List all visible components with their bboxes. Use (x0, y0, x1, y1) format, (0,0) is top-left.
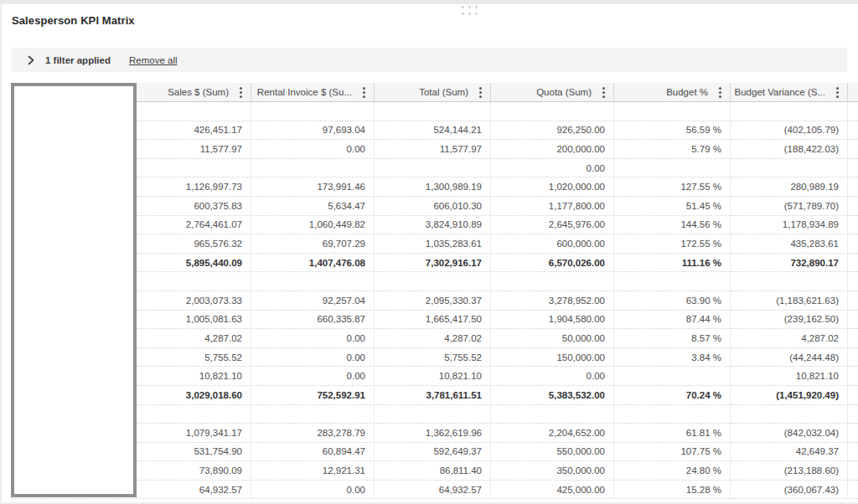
value-cell: 10,821.10 (375, 367, 491, 386)
overflow-cell (848, 386, 858, 405)
value-cell: 173,991.46 (251, 177, 375, 197)
overflow-cell (848, 140, 858, 159)
value-cell: 600,000.00 (491, 234, 614, 254)
value-cell: 0.00 (251, 140, 375, 159)
value-cell: 64,932.57 (137, 481, 251, 500)
overflow-cell (848, 461, 858, 481)
value-cell: 61.81 % (614, 424, 731, 443)
overflow-cell (848, 254, 858, 273)
value-cell (251, 272, 375, 291)
value-cell (251, 405, 375, 424)
value-cell: 2,764,461.07 (137, 216, 251, 235)
page-title: Salesperson KPI Matrix (12, 14, 135, 27)
overflow-cell (848, 348, 858, 368)
column-header-label: Rental Invoice $ (Su... (257, 87, 352, 97)
overflow-cell (848, 272, 858, 291)
value-cell: 1,904,580.00 (491, 311, 614, 330)
value-cell: 107.75 % (614, 443, 731, 462)
value-cell: 2,095,330.37 (375, 291, 491, 311)
value-cell (614, 367, 731, 386)
column-header-label: Budget % (666, 87, 708, 97)
value-cell: (842,032.04) (731, 424, 848, 443)
overflow-cell (848, 443, 858, 462)
value-cell: 1,020,000.00 (491, 177, 614, 197)
value-cell (137, 159, 251, 178)
column-menu-kebab-icon[interactable] (479, 91, 482, 94)
value-cell: (44,244.48) (731, 348, 848, 368)
overflow-cell (848, 367, 858, 386)
subtotal-cell: 5,383,532.00 (491, 386, 614, 405)
value-cell: 3,824,910.89 (375, 216, 491, 235)
column-menu-kebab-icon[interactable] (836, 91, 839, 94)
value-cell: 965,576.32 (137, 234, 251, 254)
subtotal-cell: (1,451,920.49) (731, 386, 848, 405)
value-cell: 592,649.37 (375, 443, 491, 462)
subtotal-cell: 752,592.91 (251, 386, 375, 405)
column-header-budget_variance[interactable]: Budget Variance (S... (731, 83, 848, 102)
value-cell: 69,707.29 (251, 234, 375, 254)
value-cell: 50,000.00 (491, 329, 614, 348)
subtotal-cell: 111.16 % (614, 254, 731, 273)
value-cell: 0.00 (491, 367, 614, 386)
remove-all-filters-link[interactable]: Remove all (129, 55, 178, 65)
value-cell: 2,003,073.33 (137, 291, 251, 311)
subtotal-cell: 3,029,018.60 (137, 386, 251, 405)
value-cell (731, 102, 848, 121)
value-cell: 86,811.40 (375, 461, 491, 481)
value-cell: 3.84 % (614, 348, 731, 368)
chevron-right-icon[interactable] (28, 55, 34, 65)
value-cell (137, 272, 251, 291)
column-header-label: Total (Sum) (419, 87, 468, 97)
value-cell (375, 405, 491, 424)
value-cell: (188,422.03) (731, 140, 848, 159)
value-cell: 0.00 (251, 329, 375, 348)
value-cell: 1,362,619.96 (375, 424, 491, 443)
subtotal-cell: 3,781,611.51 (375, 386, 491, 405)
column-header-quota[interactable]: Quota (Sum) (491, 83, 614, 102)
value-cell: 4,287.02 (731, 329, 848, 348)
value-cell (491, 102, 614, 121)
value-cell: 531,754.90 (137, 443, 251, 462)
value-cell: 8.57 % (614, 329, 731, 348)
value-cell: 524,144.21 (375, 121, 491, 141)
overflow-cell (848, 216, 858, 235)
value-cell: 660,335.87 (251, 311, 375, 330)
value-cell: (360,067.43) (731, 481, 848, 500)
value-cell (731, 159, 848, 178)
card-drag-handle-icon[interactable] (462, 6, 478, 15)
value-cell: 10,821.10 (731, 367, 848, 386)
value-cell: 24.80 % (614, 461, 731, 481)
filter-count-label: 1 filter applied (45, 55, 111, 65)
column-header-sales[interactable]: Sales $ (Sum) (137, 83, 251, 102)
overflow-cell (848, 329, 858, 348)
kpi-table: Sales $ (Sum)Rental Invoice $ (Su...Tota… (11, 83, 858, 499)
value-cell: 1,300,989.19 (375, 177, 491, 197)
column-header-total[interactable]: Total (Sum) (375, 83, 491, 102)
value-cell: (571,789.70) (731, 197, 848, 216)
value-cell: 127.55 % (614, 177, 731, 197)
value-cell: 426,451.17 (137, 121, 251, 141)
value-cell (137, 405, 251, 424)
column-menu-kebab-icon[interactable] (363, 91, 365, 94)
column-menu-kebab-icon[interactable] (602, 91, 605, 94)
overflow-cell (848, 177, 858, 197)
value-cell: 12,921.31 (251, 461, 375, 481)
value-cell: 425,000.00 (491, 481, 614, 500)
value-cell (614, 102, 731, 121)
overflow-cell (848, 121, 858, 141)
value-cell: (1,183,621.63) (731, 291, 848, 311)
column-header-rental_invoice[interactable]: Rental Invoice $ (Su... (251, 83, 375, 102)
column-menu-kebab-icon[interactable] (719, 91, 721, 94)
value-cell: 2,645,976.00 (491, 216, 614, 235)
value-cell: 11,577.97 (375, 140, 491, 159)
value-cell: 1,060,449.82 (251, 216, 375, 235)
value-cell: (213,188.60) (731, 461, 848, 481)
value-cell: 1,126,997.73 (137, 177, 251, 197)
value-cell: 1,035,283.61 (375, 234, 491, 254)
value-cell: 0.00 (251, 367, 375, 386)
value-cell: 1,079,341.17 (137, 424, 251, 443)
column-header-budget_pct[interactable]: Budget % (614, 83, 731, 102)
column-menu-kebab-icon[interactable] (240, 91, 242, 94)
overflow-cell (848, 405, 858, 424)
value-cell: 0.00 (251, 348, 375, 368)
